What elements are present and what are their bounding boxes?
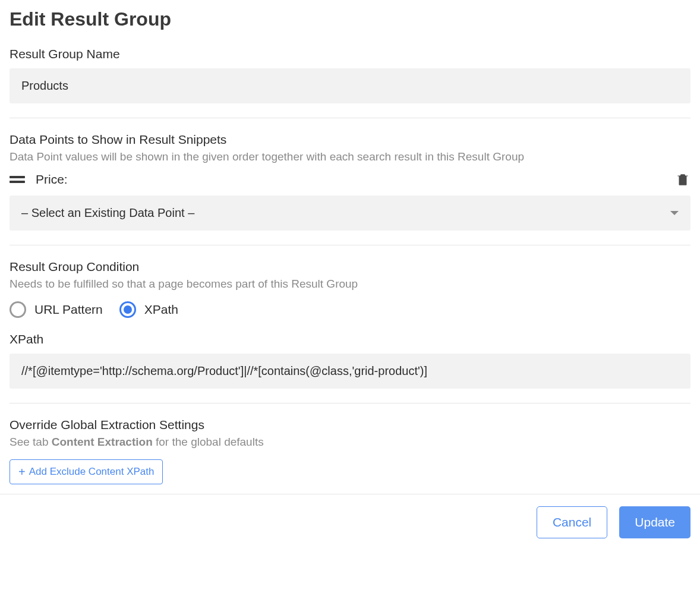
radio-icon [10, 301, 26, 318]
radio-xpath-label: XPath [144, 302, 178, 317]
override-label: Override Global Extraction Settings [10, 418, 690, 432]
chevron-down-icon [670, 211, 679, 215]
data-point-row: Price: [10, 172, 690, 187]
radio-url-pattern[interactable]: URL Pattern [10, 301, 103, 318]
plus-icon: + [18, 466, 26, 478]
data-point-select-label: – Select an Existing Data Point – [21, 206, 194, 220]
section-result-group-name: Result Group Name [10, 47, 690, 118]
cancel-button[interactable]: Cancel [537, 506, 607, 538]
radio-url-pattern-label: URL Pattern [34, 302, 103, 317]
update-button[interactable]: Update [619, 506, 690, 538]
condition-sublabel: Needs to be fulfilled so that a page bec… [10, 278, 690, 291]
radio-xpath[interactable]: XPath [119, 301, 178, 318]
override-sublabel: See tab Content Extraction for the globa… [10, 436, 690, 449]
result-group-name-label: Result Group Name [10, 47, 690, 61]
section-override: Override Global Extraction Settings See … [10, 418, 690, 494]
xpath-label: XPath [10, 332, 690, 346]
data-point-label: Price: [36, 172, 68, 187]
footer: Cancel Update [0, 494, 700, 550]
trash-icon[interactable] [675, 172, 690, 187]
xpath-input[interactable] [10, 354, 690, 389]
data-points-sublabel: Data Point values will be shown in the g… [10, 150, 690, 163]
data-points-label: Data Points to Show in Result Snippets [10, 133, 690, 147]
data-point-select[interactable]: – Select an Existing Data Point – [10, 196, 690, 231]
page-title: Edit Result Group [10, 8, 690, 30]
drag-handle-icon[interactable] [10, 176, 25, 183]
section-condition: Result Group Condition Needs to be fulfi… [10, 260, 690, 403]
section-data-points: Data Points to Show in Result Snippets D… [10, 133, 690, 245]
result-group-name-input[interactable] [10, 68, 690, 103]
condition-label: Result Group Condition [10, 260, 690, 274]
add-exclude-xpath-label: Add Exclude Content XPath [29, 466, 154, 478]
add-exclude-xpath-button[interactable]: + Add Exclude Content XPath [10, 459, 163, 484]
condition-radio-group: URL Pattern XPath [10, 301, 690, 318]
radio-icon [119, 301, 136, 318]
